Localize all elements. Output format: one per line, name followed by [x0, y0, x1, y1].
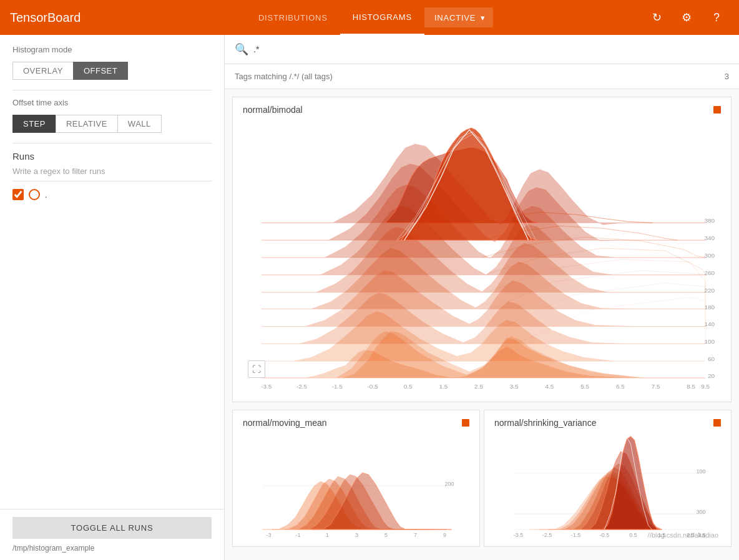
svg-text:0.5: 0.5: [404, 383, 413, 390]
main-content: 🔍 Tags matching /.*/ (all tags) 3 normal…: [225, 35, 739, 560]
header-icons: ↻ ⚙ ?: [644, 5, 729, 30]
svg-text:-1: -1: [295, 532, 300, 538]
nav-inactive-label: INACTIVE: [434, 13, 476, 22]
axis-relative-button[interactable]: RELATIVE: [56, 115, 117, 133]
header-nav: DISTRIBUTIONS HISTOGRAMS INACTIVE ▾: [246, 0, 493, 35]
svg-text:100: 100: [704, 338, 715, 345]
svg-text:-3: -3: [266, 532, 271, 538]
nav-distributions[interactable]: DISTRIBUTIONS: [246, 0, 340, 35]
app-logo: TensorBoard: [10, 11, 81, 25]
tags-header: Tags matching /.*/ (all tags) 3: [225, 64, 739, 89]
chart-bimodal-svg: 20 60 100 140 180 220 260 300 340 380: [243, 120, 721, 394]
svg-text:340: 340: [704, 234, 715, 241]
svg-text:-2.5: -2.5: [296, 383, 308, 390]
chart-moving-mean-svg: 200 -3 -1 1 3 5: [243, 433, 469, 539]
tags-label: Tags matching /.*/ (all tags): [235, 72, 333, 81]
svg-text:1.5: 1.5: [658, 532, 666, 538]
chart-moving-mean-container: 200 -3 -1 1 3 5: [243, 433, 469, 541]
svg-text:9: 9: [443, 532, 446, 538]
svg-text:300: 300: [696, 509, 705, 515]
svg-text:-0.5: -0.5: [367, 383, 378, 390]
runs-filter-label: Write a regex to filter runs: [12, 167, 212, 176]
svg-text:5.5: 5.5: [580, 383, 589, 390]
chart-shrinking-variance-dot[interactable]: [713, 419, 721, 427]
run-color-dot: [29, 189, 40, 200]
svg-text:2.5: 2.5: [474, 383, 483, 390]
svg-text:180: 180: [704, 304, 715, 311]
chart-moving-mean-header: normal/moving_mean: [243, 418, 469, 428]
svg-text:-1.5: -1.5: [332, 383, 343, 390]
divider-2: [12, 143, 212, 143]
svg-text:8.5: 8.5: [687, 383, 695, 390]
svg-text:9.5: 9.5: [701, 383, 710, 390]
toggle-all-runs-button[interactable]: TOGGLE ALL RUNS: [12, 517, 212, 539]
chart-shrinking-variance-title: normal/shrinking_variance: [494, 418, 596, 428]
run-checkbox[interactable]: [12, 189, 24, 200]
nav-histograms[interactable]: HISTOGRAMS: [340, 0, 424, 35]
search-input[interactable]: [253, 44, 729, 54]
svg-text:2.5: 2.5: [687, 532, 695, 538]
run-label: .: [45, 190, 47, 200]
svg-text:60: 60: [708, 355, 715, 362]
svg-text:-3.5: -3.5: [261, 383, 272, 390]
svg-text:7: 7: [414, 532, 417, 538]
sidebar: Histogram mode OVERLAY OFFSET Offset tim…: [0, 35, 225, 560]
mode-overlay-button[interactable]: OVERLAY: [12, 62, 73, 80]
header: TensorBoard DISTRIBUTIONS HISTOGRAMS INA…: [0, 0, 739, 35]
histogram-mode-label: Histogram mode: [12, 45, 212, 54]
run-item: .: [12, 189, 212, 200]
svg-text:300: 300: [704, 252, 715, 259]
svg-text:3: 3: [355, 532, 358, 538]
chart-bimodal-dot[interactable]: [713, 106, 721, 113]
svg-text:0.5: 0.5: [629, 532, 637, 538]
svg-text:220: 220: [704, 287, 715, 294]
chart-shrinking-variance-svg: 100 300: [494, 433, 721, 539]
svg-text:380: 380: [704, 217, 715, 224]
chart-moving-mean: normal/moving_mean 200: [232, 410, 480, 547]
svg-text:3.5: 3.5: [698, 532, 706, 538]
svg-text:100: 100: [696, 468, 705, 475]
chart-bimodal-container: 20 60 100 140 180 220 260 300 340 380: [243, 120, 721, 397]
nav-inactive-dropdown[interactable]: INACTIVE ▾: [424, 7, 493, 27]
mode-buttons: OVERLAY OFFSET: [12, 62, 212, 80]
svg-text:5: 5: [384, 532, 388, 538]
svg-text:7.5: 7.5: [652, 383, 660, 390]
chart-shrinking-variance-header: normal/shrinking_variance: [494, 418, 721, 428]
svg-text:-2.5: -2.5: [542, 532, 552, 538]
svg-text:140: 140: [704, 321, 715, 327]
chart-row-bottom: normal/moving_mean 200: [232, 410, 732, 547]
runs-label: Runs: [12, 151, 212, 162]
svg-text:-1.5: -1.5: [571, 532, 581, 538]
settings-button[interactable]: ⚙: [674, 5, 699, 30]
svg-text:6.5: 6.5: [616, 383, 625, 390]
svg-text:260: 260: [704, 269, 715, 276]
axis-step-button[interactable]: STEP: [12, 115, 56, 133]
offset-time-axis-label: Offset time axis: [12, 98, 212, 107]
tags-count: 3: [725, 72, 729, 81]
search-icon: 🔍: [235, 42, 248, 56]
path-label: /tmp/histogram_example: [12, 544, 212, 553]
svg-text:1.5: 1.5: [439, 383, 448, 390]
divider-1: [12, 90, 212, 90]
chart-bimodal-title: normal/bimodal: [243, 105, 303, 115]
chart-moving-mean-title: normal/moving_mean: [243, 418, 327, 428]
filter-underline: [12, 181, 212, 181]
search-bar: 🔍: [225, 35, 739, 64]
help-button[interactable]: ?: [704, 5, 729, 30]
svg-text:4.5: 4.5: [546, 383, 554, 390]
axis-wall-button[interactable]: WALL: [117, 115, 162, 133]
mode-offset-button[interactable]: OFFSET: [73, 62, 128, 80]
svg-text:-3.5: -3.5: [514, 532, 524, 538]
svg-text:3.5: 3.5: [510, 383, 519, 390]
sidebar-bottom: TOGGLE ALL RUNS /tmp/histogram_example: [0, 509, 224, 560]
svg-text:20: 20: [708, 372, 715, 379]
main-layout: Histogram mode OVERLAY OFFSET Offset tim…: [0, 35, 739, 560]
expand-button[interactable]: ⛶: [248, 360, 265, 378]
chart-moving-mean-dot[interactable]: [462, 419, 469, 427]
refresh-button[interactable]: ↻: [644, 5, 669, 30]
sidebar-content: Histogram mode OVERLAY OFFSET Offset tim…: [0, 35, 224, 509]
chevron-down-icon: ▾: [481, 13, 486, 22]
chart-shrinking-variance: normal/shrinking_variance 100 300: [484, 410, 732, 547]
axis-buttons: STEP RELATIVE WALL: [12, 115, 212, 133]
svg-text:-0.5: -0.5: [600, 532, 610, 538]
